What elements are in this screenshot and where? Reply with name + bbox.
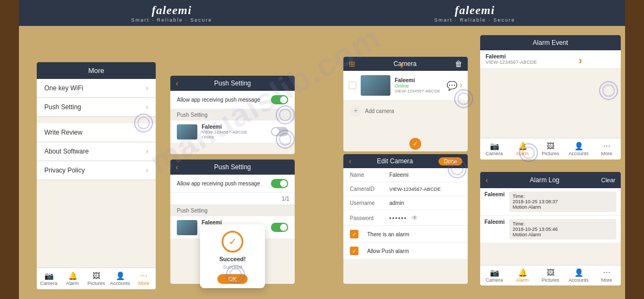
back-arrow-icon-bottom[interactable]: ‹ bbox=[176, 163, 178, 171]
more-nav-icon: ⋯ bbox=[140, 271, 148, 280]
edit-toggle-push-label: Allow Push alarm bbox=[367, 248, 461, 254]
log-nav-more[interactable]: ⋯ More bbox=[593, 267, 621, 284]
device-id-top: VIEW-1234567-ABCDE bbox=[202, 130, 267, 135]
alarm-nav-alarm-label: Alarm bbox=[516, 151, 529, 156]
brand-name-left: faleemi bbox=[151, 3, 191, 17]
alarm-log-item-2[interactable]: Faleemi Time: 2018-10-25 13:05:46 Motion… bbox=[480, 216, 621, 243]
log-nav-more-icon: ⋯ bbox=[603, 268, 610, 277]
log-nav-camera-icon: 📷 bbox=[490, 268, 499, 277]
left-sidebar bbox=[0, 0, 19, 299]
edit-done-button[interactable]: Done bbox=[439, 157, 462, 165]
log-nav-more-label: More bbox=[601, 277, 613, 283]
chevron-icon-1: › bbox=[146, 84, 148, 92]
alarm-log-info-2: Time: 2018-10-25 13:05:46 Motion Alarm bbox=[509, 219, 616, 240]
toggle-allow-bottom[interactable] bbox=[271, 179, 288, 188]
brand-name-right: faleemi bbox=[455, 3, 495, 17]
menu-item-onekeywifi[interactable]: One key WiFi › bbox=[37, 79, 156, 98]
alarm-log-time-label-1: Time: bbox=[513, 194, 613, 199]
eye-icon[interactable]: 👁 bbox=[411, 214, 418, 222]
nav-label-alarm: Alarm bbox=[66, 281, 79, 286]
menu-label-onekeywifi: One key WiFi bbox=[44, 84, 83, 92]
nav-item-pictures[interactable]: 🖼 Pictures bbox=[84, 270, 108, 287]
edit-field-username: Username admin bbox=[343, 196, 468, 210]
alarm-log-clear-button[interactable]: Clear bbox=[601, 177, 615, 183]
camera-checkbox[interactable] bbox=[349, 82, 356, 89]
alarm-event-device-name: Faleemi bbox=[486, 54, 615, 59]
edit-value-password: •••••• bbox=[389, 215, 407, 221]
nav-label-pictures: Pictures bbox=[88, 281, 105, 286]
success-ok-button[interactable]: OK bbox=[217, 274, 248, 284]
menu-item-privacypolicy[interactable]: Privacy Policy › bbox=[37, 161, 156, 180]
brand-tagline-right: Smart · Reliable · Secure bbox=[434, 17, 515, 23]
edit-value-name: Faleemi bbox=[389, 172, 461, 178]
alarm-log-item-1[interactable]: Faleemi Time: 2018-10-25 13:08:37 Motion… bbox=[480, 188, 621, 216]
nav-label-accounts: Accounts bbox=[110, 281, 130, 286]
device-thumb-bottom bbox=[177, 220, 197, 235]
push-setting-label-top: Push Setting bbox=[177, 112, 208, 118]
add-camera-row[interactable]: + Add camera bbox=[343, 101, 468, 121]
push-checkbox[interactable]: ✓ bbox=[350, 247, 358, 255]
log-nav-alarm-label: Alarm bbox=[516, 277, 529, 283]
menu-item-writereview[interactable]: Write Review bbox=[37, 123, 156, 142]
device-row-top[interactable]: Faleemi VIEW-1234567-ABCDE Online bbox=[170, 121, 295, 143]
screen-alarm-event: Alarm Event Faleemi VIEW-1234567-ABCDE 📷… bbox=[480, 35, 621, 160]
edit-back-arrow[interactable]: ‹ bbox=[349, 157, 351, 165]
push-setting-section: Push Setting bbox=[170, 109, 295, 121]
alarm-log-time-1: 2018-10-25 13:08:37 bbox=[513, 199, 613, 204]
log-nav-accounts[interactable]: 👤 Accounts bbox=[565, 267, 593, 284]
message-icon[interactable]: 💬 bbox=[447, 81, 457, 91]
edit-label-cameraid: CameraID bbox=[350, 186, 385, 192]
screen-push-top: ‹ Push Setting Allow app receiving push … bbox=[170, 76, 295, 154]
alarm-nav-accounts-label: Accounts bbox=[568, 151, 588, 156]
alarm-nav-camera[interactable]: 📷 Camera bbox=[480, 141, 508, 157]
toggle-device-bottom[interactable] bbox=[271, 223, 288, 232]
alarm-log-back-icon[interactable]: ‹ bbox=[486, 176, 488, 184]
alarm-log-title: Alarm Log bbox=[530, 176, 560, 184]
alarm-nav-more[interactable]: ⋯ More bbox=[593, 141, 621, 157]
alarm-event-nav: 📷 Camera 🔔 Alarm 🖼 Pictures 👤 Accounts ⋯… bbox=[480, 138, 621, 160]
pagination-row: 1/1 bbox=[170, 193, 295, 205]
menu-label-writereview: Write Review bbox=[44, 129, 82, 136]
menu-item-pushsetting[interactable]: Push Setting › bbox=[37, 98, 156, 117]
alarm-event-empty bbox=[480, 69, 621, 112]
toggle-allow-top[interactable] bbox=[271, 95, 288, 104]
camera-header: ⊞ Camera 🗑 bbox=[343, 57, 468, 71]
menu-empty-area bbox=[37, 180, 156, 229]
alarm-event-item[interactable]: Faleemi VIEW-1234567-ABCDE bbox=[480, 50, 621, 69]
menu-label-aboutsoftware: About Software bbox=[44, 148, 89, 155]
alarm-nav-alarm[interactable]: 🔔 Alarm bbox=[508, 141, 536, 157]
add-camera-label: Add camera bbox=[365, 108, 394, 114]
back-arrow-icon-top[interactable]: ‹ bbox=[176, 79, 178, 88]
success-popup: ✓ Succeed! Succeed OK bbox=[200, 224, 265, 288]
alarm-nav-camera-label: Camera bbox=[486, 151, 503, 156]
push-setting-section-bottom: Push Setting bbox=[170, 205, 295, 216]
alarm-nav-accounts[interactable]: 👤 Accounts bbox=[565, 141, 593, 157]
chevron-icon-2: › bbox=[146, 103, 148, 111]
nav-label-more: More bbox=[138, 281, 150, 286]
nav-item-camera[interactable]: 📷 Camera bbox=[37, 270, 61, 287]
camera-item-row[interactable]: Faleemi Online VIEW-1234567-ABCDE 💬 › bbox=[343, 71, 468, 101]
more-bottom-nav: 📷 Camera 🔔 Alarm 🖼 Pictures 👤 Accounts ⋯… bbox=[37, 268, 156, 289]
alarm-nav-pictures[interactable]: 🖼 Pictures bbox=[536, 141, 565, 157]
nav-item-alarm[interactable]: 🔔 Alarm bbox=[61, 270, 84, 287]
chevron-icon-4: › bbox=[146, 148, 148, 155]
log-nav-pictures[interactable]: 🖼 Pictures bbox=[536, 267, 565, 284]
add-camera-icon: + bbox=[350, 105, 362, 117]
trash-icon[interactable]: 🗑 bbox=[455, 59, 462, 68]
alarm-log-device-2: Faleemi bbox=[484, 219, 506, 225]
toggle-device-top[interactable] bbox=[271, 127, 288, 136]
log-nav-camera[interactable]: 📷 Camera bbox=[480, 267, 508, 284]
log-nav-accounts-icon: 👤 bbox=[574, 268, 583, 277]
camera-thumbnail bbox=[361, 75, 390, 96]
alarm-log-device-1: Faleemi bbox=[484, 191, 506, 197]
menu-item-aboutsoftware[interactable]: About Software › bbox=[37, 142, 156, 161]
alarm-checkbox[interactable]: ✓ bbox=[350, 230, 358, 238]
nav-item-more[interactable]: ⋯ More bbox=[132, 270, 156, 287]
alarm-log-info-1: Time: 2018-10-25 13:08:37 Motion Alarm bbox=[509, 191, 616, 212]
log-nav-alarm[interactable]: 🔔 Alarm bbox=[508, 267, 536, 284]
alarm-nav-more-label: More bbox=[601, 151, 613, 156]
camera-arrow-icon[interactable]: › bbox=[460, 81, 462, 91]
device-status-top: Online bbox=[202, 135, 267, 139]
nav-item-accounts[interactable]: 👤 Accounts bbox=[108, 270, 132, 287]
success-check-icon: ✓ bbox=[222, 231, 243, 253]
